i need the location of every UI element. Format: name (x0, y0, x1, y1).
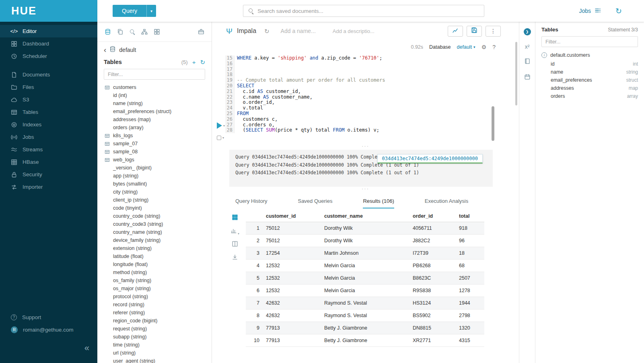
assist-column-item[interactable]: latitude (float) (104, 252, 205, 260)
assist-column-item[interactable]: protocol (string) (104, 293, 205, 301)
sidebar-item-s3[interactable]: S3 (0, 93, 97, 106)
assist-column-item[interactable]: code (tinyint) (104, 204, 205, 212)
footer-item-user[interactable]: Rromain@gethue.com (0, 324, 97, 336)
assist-column-item[interactable]: email_preferences (struct) (104, 107, 205, 116)
info-icon[interactable]: i (541, 52, 547, 58)
assist-column-item[interactable]: extension (string) (104, 244, 205, 252)
assist-column-item[interactable]: bytes (smallint) (104, 180, 205, 188)
assist-column-item[interactable]: longitude (float) (104, 260, 205, 268)
assist-column-item[interactable]: app (string) (104, 172, 205, 180)
more-actions-button[interactable]: ⋮ (486, 26, 501, 37)
download-results-button[interactable] (232, 254, 238, 262)
columns-toggle-button[interactable] (232, 241, 238, 249)
assist-column-item[interactable]: orders (array) (104, 124, 205, 132)
search-input[interactable] (257, 8, 479, 14)
document-search[interactable] (243, 5, 484, 17)
restart-session-icon[interactable]: ↻ (264, 28, 270, 34)
assist-column-item[interactable]: country_code3 (string) (104, 220, 205, 228)
assist-column-item[interactable]: device_family (string) (104, 236, 205, 244)
code-scrollbar[interactable] (492, 106, 494, 141)
tab-results[interactable]: Results (106) (363, 198, 394, 208)
sidebar-item-tables[interactable]: Tables (0, 106, 97, 118)
add-table-button[interactable]: + (192, 59, 196, 65)
assistant-button[interactable]: ❯ (524, 28, 531, 35)
assist-column-item[interactable]: country_name (string) (104, 228, 205, 236)
sidebar-item-hbase[interactable]: HBase (0, 156, 97, 168)
schedule-button[interactable] (524, 74, 531, 82)
sidebar-item-streams[interactable]: Streams (0, 143, 97, 156)
assist-table-item[interactable]: web_logs (104, 156, 205, 164)
assist-column-item[interactable]: client_ip (string) (104, 196, 205, 204)
assist-column-item[interactable]: subapp (string) (104, 333, 205, 341)
query-description-input[interactable]: Add a descriptio... (333, 28, 378, 34)
editor-scrollbar[interactable] (515, 42, 517, 105)
assist-column-item[interactable]: region_code (bigint) (104, 317, 205, 325)
query-type-dropdown[interactable]: ▾ (146, 5, 156, 17)
sidebar-item-editor[interactable]: </>Editor (0, 25, 97, 37)
assist-column-item[interactable]: country_code (string) (104, 212, 205, 220)
assist-column-item[interactable]: request (string) (104, 325, 205, 333)
assist-column-item[interactable]: idint (541, 60, 638, 68)
footer-item-support[interactable]: ?Support (0, 311, 97, 324)
execute-button[interactable]: ▾ (217, 122, 225, 129)
assist-column-item[interactable]: id (int) (104, 91, 205, 99)
assist-column-item[interactable]: os_major (string) (104, 285, 205, 293)
assist-filter-input[interactable] (104, 69, 205, 80)
assist-table-item[interactable]: sample_07 (104, 140, 205, 148)
log-resize-handle[interactable]: ··· (212, 144, 519, 149)
right-assist-filter-input[interactable] (541, 36, 638, 47)
functions-button[interactable]: x² (524, 43, 531, 50)
refresh-tables-button[interactable]: ↻ (200, 59, 205, 65)
sidebar-item-jobs[interactable]: Jobs (0, 131, 97, 143)
jobs-link[interactable]: Jobs (579, 7, 601, 15)
chart-view-button[interactable]: ▾ (230, 227, 239, 235)
collapse-sidebar-button[interactable]: « (84, 344, 89, 353)
snippet-expand-button[interactable]: ▾ (217, 136, 224, 140)
database-breadcrumb[interactable]: ‹ default (104, 46, 205, 54)
assist-table-item[interactable]: customers (104, 83, 205, 91)
documents-button[interactable] (117, 29, 123, 35)
hue-logo[interactable]: HUE (0, 0, 97, 22)
new-query-button[interactable]: Query ▾ (113, 5, 156, 17)
back-chevron-icon[interactable]: ‹ (104, 46, 106, 54)
editor-settings-gear-icon[interactable]: ⚙ (481, 44, 487, 50)
save-query-button[interactable] (467, 26, 482, 37)
assist-column-item[interactable]: email_preferencesstruct (541, 76, 638, 84)
engine-selector[interactable]: Ψ Impala (225, 27, 256, 35)
sidebar-item-scheduler[interactable]: Scheduler (0, 50, 97, 62)
assist-column-item[interactable]: method (string) (104, 268, 205, 276)
database-dropdown[interactable]: default ▾ (457, 44, 475, 50)
query-history-icon[interactable]: ↻ (615, 7, 622, 15)
assist-table-item[interactable]: sample_08 (104, 148, 205, 156)
sidebar-item-indexes[interactable]: Indexes (0, 118, 97, 131)
sidebar-item-dashboard[interactable]: Dashboard (0, 37, 97, 50)
tab-saved-queries[interactable]: Saved Queries (298, 198, 332, 208)
search-button[interactable] (130, 29, 135, 35)
editor-help-icon[interactable]: ? (492, 44, 496, 50)
hdfs-button[interactable] (141, 29, 148, 35)
assist-column-item[interactable]: time (string) (104, 341, 205, 349)
assist-column-item[interactable]: addresses (map) (104, 116, 205, 124)
code-editor[interactable]: 15WHERE a.key = 'shipping' and a.zip_cod… (212, 54, 519, 144)
assist-column-item[interactable]: record (string) (104, 301, 205, 309)
language-reference-button[interactable] (524, 58, 531, 66)
assist-column-item[interactable]: city (string) (104, 188, 205, 196)
chart-settings-button[interactable] (448, 26, 463, 37)
new-query-button-label[interactable]: Query (113, 5, 146, 17)
assist-column-item[interactable]: url (string) (104, 349, 205, 357)
assist-column-item[interactable]: addressesmap (541, 84, 638, 92)
databases-button[interactable] (105, 29, 111, 35)
collections-button[interactable] (198, 29, 204, 35)
sidebar-item-files[interactable]: Files (0, 81, 97, 93)
assist-column-item[interactable]: _version_ (bigint) (104, 164, 205, 172)
sidebar-item-importer[interactable]: Importer (0, 181, 97, 193)
active-table-reference[interactable]: i default.customers (541, 52, 638, 58)
assist-column-item[interactable]: user_agent (string) (104, 357, 205, 363)
assist-column-item[interactable]: os_family (string) (104, 276, 205, 285)
query-name-input[interactable]: Add a name... (281, 28, 316, 34)
assist-column-item[interactable]: referer (string) (104, 309, 205, 317)
assist-column-item[interactable]: name (string) (104, 99, 205, 107)
sidebar-item-security[interactable]: Security (0, 168, 97, 181)
assist-column-item[interactable]: namestring (541, 68, 638, 76)
apps-button[interactable] (154, 29, 160, 35)
